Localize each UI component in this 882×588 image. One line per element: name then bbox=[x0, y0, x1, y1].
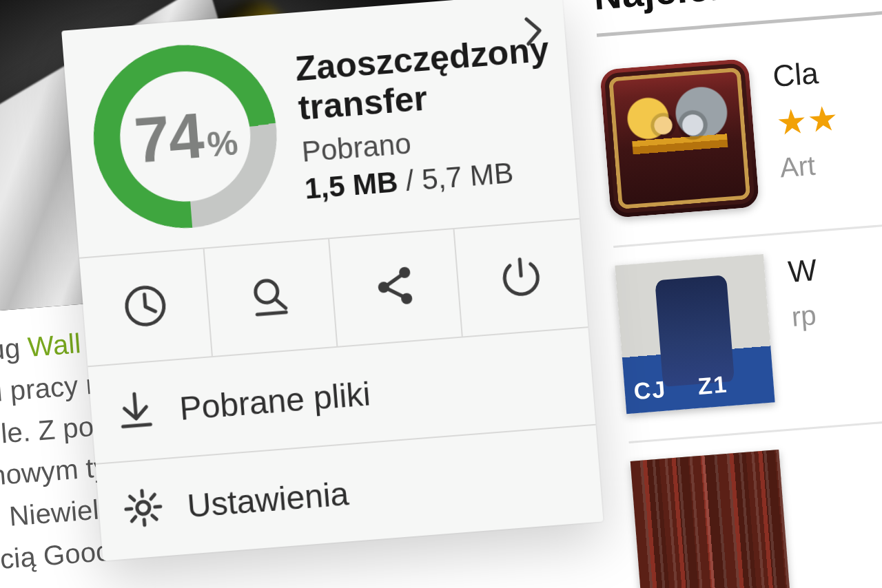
find-button[interactable] bbox=[204, 238, 338, 356]
exit-button[interactable] bbox=[454, 218, 588, 337]
sidebar-item-sub: Art bbox=[779, 148, 843, 184]
sidebar-column: Najciekawsze Cla ★★ Art W rp bbox=[588, 0, 882, 588]
sidebar-separator bbox=[628, 413, 882, 443]
savings-used: 1,5 MB bbox=[303, 165, 399, 204]
percent-unit: % bbox=[206, 123, 238, 164]
sidebar-item-bottles[interactable] bbox=[630, 433, 882, 588]
share-icon bbox=[369, 260, 422, 315]
history-button[interactable] bbox=[79, 248, 213, 366]
power-icon bbox=[495, 251, 548, 305]
article-line: czasu pracy n bbox=[0, 368, 103, 412]
download-icon bbox=[113, 388, 158, 436]
sidebar-item-police[interactable]: W rp bbox=[615, 238, 882, 414]
search-underline-icon bbox=[245, 271, 297, 325]
savings-total: 5,7 MB bbox=[420, 156, 514, 196]
data-savings-popup: 74% Zaoszczędzony transfer Pobrano 1,5 M… bbox=[61, 0, 603, 560]
sidebar-item-title: W bbox=[787, 253, 818, 289]
savings-percent: 74 bbox=[132, 100, 205, 175]
svg-point-5 bbox=[136, 501, 150, 514]
sidebar-item-game[interactable]: Cla ★★ Art bbox=[599, 42, 882, 218]
data-savings-summary[interactable]: 74% Zaoszczędzony transfer Pobrano 1,5 M… bbox=[61, 0, 580, 258]
article-line: częścią Gooc bbox=[0, 536, 111, 579]
settings-label: Ustawienia bbox=[186, 474, 350, 525]
article-lead-word: Według bbox=[0, 333, 21, 370]
downloads-label: Pobrane pliki bbox=[178, 375, 372, 428]
share-button[interactable] bbox=[329, 228, 463, 346]
sidebar-item-title: Cla bbox=[772, 54, 837, 94]
sidebar-thumb-police bbox=[615, 254, 775, 414]
clock-icon bbox=[119, 280, 172, 335]
article-line: roku. Niewielk bbox=[0, 493, 114, 537]
popup-menu-list: Pobrane pliki bbox=[88, 326, 603, 560]
rating-stars: ★★ bbox=[775, 101, 840, 140]
sidebar-thumb-game bbox=[599, 59, 759, 218]
sidebar-thumb-bottles bbox=[630, 450, 790, 588]
sidebar-item-sub: rp bbox=[790, 300, 821, 333]
savings-title: Zaoszczędzony transfer bbox=[294, 30, 553, 129]
article-line: nad nowym ty bbox=[0, 452, 109, 495]
sidebar-separator bbox=[613, 218, 882, 248]
savings-ring: 74% bbox=[87, 38, 284, 235]
gear-icon bbox=[121, 485, 166, 533]
chevron-right-icon[interactable] bbox=[515, 13, 551, 49]
